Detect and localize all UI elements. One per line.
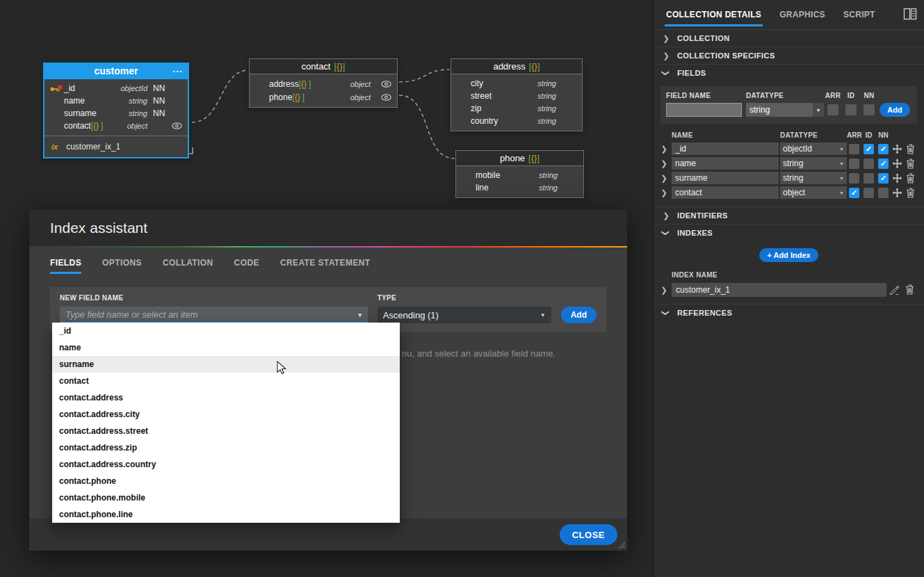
chevron-right-icon[interactable]: ❯ <box>660 145 667 152</box>
section-collection[interactable]: ❯ COLLECTION <box>654 29 924 47</box>
arr-checkbox[interactable]: ✓ <box>849 144 859 154</box>
chevron-right-icon[interactable]: ❯ <box>660 286 667 293</box>
field-row-id[interactable]: _id objectId NN <box>44 82 188 95</box>
datatype-select[interactable]: objectId▼ <box>780 143 847 155</box>
delete-icon[interactable] <box>904 144 917 154</box>
eye-icon[interactable] <box>380 94 392 101</box>
dropdown-item[interactable]: contact.address.zip <box>52 439 400 456</box>
tab-code[interactable]: CODE <box>234 258 259 268</box>
delete-icon[interactable] <box>902 284 917 295</box>
dropdown-item[interactable]: contact.phone.mobile <box>52 489 400 506</box>
tab-collection-details[interactable]: COLLECTION DETAILS <box>666 0 761 29</box>
dialog-titlebar[interactable]: Index assistant <box>29 210 627 246</box>
chevron-down-icon[interactable]: ▼ <box>357 312 363 318</box>
nn-checkbox[interactable]: ✓ <box>878 144 889 154</box>
entity-customer-header[interactable]: customer ... <box>44 64 188 79</box>
entity-menu-button[interactable]: ... <box>172 62 183 76</box>
field-row-country[interactable]: country string <box>451 115 582 127</box>
nn-checkbox[interactable]: ✓ <box>878 188 889 198</box>
entity-address-header[interactable]: address[{}] <box>451 59 582 74</box>
move-icon[interactable] <box>891 188 904 198</box>
field-row-phone[interactable]: phone[{}] object <box>250 90 397 104</box>
arr-checkbox[interactable]: ✓ <box>849 159 859 169</box>
field-row-contact[interactable]: contact[{}] object <box>44 120 188 132</box>
dropdown-item-highlighted[interactable]: surname <box>52 356 400 373</box>
field-name-input[interactable] <box>672 157 779 170</box>
tab-options[interactable]: OPTIONS <box>102 258 142 268</box>
entity-phone[interactable]: phone[{}] mobile string line string <box>455 150 584 198</box>
id-checkbox[interactable]: ✓ <box>864 188 874 198</box>
tab-create-statement[interactable]: CREATE STATEMENT <box>280 258 371 268</box>
eye-icon[interactable] <box>380 81 392 88</box>
entity-address[interactable]: address[{}] city string street string zi… <box>451 58 583 131</box>
field-row-surname[interactable]: surname string NN <box>44 107 188 120</box>
field-row-zip[interactable]: zip string <box>451 102 582 115</box>
move-icon[interactable] <box>891 159 904 169</box>
section-identifiers[interactable]: ❯ IDENTIFIERS <box>654 206 924 224</box>
field-row-mobile[interactable]: mobile string <box>456 169 583 181</box>
dropdown-item[interactable]: contact.address.city <box>52 406 400 423</box>
id-checkbox[interactable]: ✓ <box>864 173 874 184</box>
new-field-name-input[interactable] <box>60 307 368 323</box>
add-index-button[interactable]: + Add Index <box>759 248 818 262</box>
tab-graphics[interactable]: GRAPHICS <box>779 0 825 29</box>
move-icon[interactable] <box>891 144 904 154</box>
section-fields[interactable]: ❯ FIELDS <box>654 64 924 81</box>
field-row-address[interactable]: address[{}] object <box>250 77 397 90</box>
id-checkbox[interactable]: ✓ <box>864 159 874 169</box>
dropdown-item[interactable]: contact <box>52 373 400 389</box>
chevron-right-icon[interactable]: ❯ <box>660 189 667 196</box>
edit-icon[interactable] <box>886 284 902 295</box>
delete-icon[interactable] <box>904 173 917 184</box>
nn-checkbox[interactable]: ✓ <box>864 104 875 115</box>
dropdown-item[interactable]: contact.address <box>52 389 400 406</box>
index-name-input[interactable] <box>672 283 886 297</box>
delete-icon[interactable] <box>904 188 917 198</box>
field-row-line[interactable]: line string <box>456 181 583 194</box>
tab-script[interactable]: SCRIPT <box>843 0 875 29</box>
field-name-input[interactable] <box>666 103 742 117</box>
section-collection-specifics[interactable]: ❯ COLLECTION SPECIFICS <box>654 47 924 64</box>
eye-icon[interactable] <box>171 122 183 129</box>
field-name-input[interactable] <box>672 172 779 184</box>
nn-checkbox[interactable]: ✓ <box>878 173 889 184</box>
dropdown-item[interactable]: contact.address.country <box>52 456 400 473</box>
chevron-right-icon[interactable]: ❯ <box>660 160 667 167</box>
arr-checkbox[interactable]: ✓ <box>827 104 838 115</box>
type-select[interactable]: Ascending (1) ▼ <box>378 307 551 323</box>
datatype-select[interactable]: object▼ <box>780 186 847 199</box>
arr-checkbox[interactable]: ✓ <box>849 188 859 198</box>
id-checkbox[interactable]: ✓ <box>864 144 874 154</box>
nn-checkbox[interactable]: ✓ <box>878 159 889 169</box>
add-field-button[interactable]: Add <box>561 307 597 323</box>
tab-collation[interactable]: COLLATION <box>163 258 213 268</box>
entity-contact[interactable]: contact[{}] address[{}] object phone[{}]… <box>249 58 398 108</box>
entity-contact-header[interactable]: contact[{}] <box>250 59 397 74</box>
tab-fields[interactable]: FIELDS <box>50 258 81 268</box>
section-references[interactable]: ❯ REFERENCES <box>654 304 924 321</box>
entity-index-section[interactable]: ix customer_ix_1 <box>44 136 188 157</box>
dropdown-item[interactable]: contact.address.street <box>52 423 400 439</box>
dropdown-item[interactable]: _id <box>52 323 400 339</box>
datatype-select[interactable]: string ▼ <box>746 103 824 117</box>
dropdown-item[interactable]: contact.phone.line <box>52 506 400 523</box>
field-row-name[interactable]: name string NN <box>44 95 188 107</box>
delete-icon[interactable] <box>904 159 917 169</box>
id-checkbox[interactable]: ✓ <box>845 104 857 115</box>
field-name-input[interactable] <box>672 143 779 155</box>
dropdown-item[interactable]: contact.phone <box>52 473 400 489</box>
panel-layout-icon[interactable] <box>902 6 918 22</box>
field-row-street[interactable]: street string <box>451 90 582 102</box>
arr-checkbox[interactable]: ✓ <box>849 173 859 184</box>
chevron-right-icon[interactable]: ❯ <box>660 174 667 181</box>
move-icon[interactable] <box>891 173 904 184</box>
field-name-input[interactable] <box>672 186 779 199</box>
close-button[interactable]: CLOSE <box>560 524 617 545</box>
datatype-select[interactable]: string▼ <box>780 172 847 184</box>
datatype-select[interactable]: string▼ <box>780 157 847 170</box>
section-indexes[interactable]: ❯ INDEXES <box>654 224 924 241</box>
entity-customer[interactable]: customer ... _id objectId NN name string… <box>43 63 189 159</box>
entity-phone-header[interactable]: phone[{}] <box>456 151 583 166</box>
dropdown-item[interactable]: name <box>52 339 400 356</box>
resize-handle[interactable] <box>618 542 626 549</box>
